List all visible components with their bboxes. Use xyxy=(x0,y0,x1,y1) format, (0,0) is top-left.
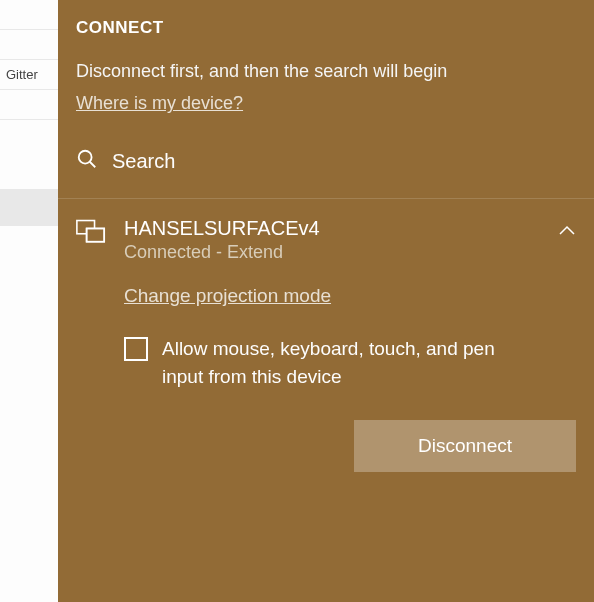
search-icon xyxy=(76,148,98,174)
svg-rect-3 xyxy=(87,229,105,242)
allow-input-checkbox[interactable] xyxy=(124,337,148,361)
panel-title: CONNECT xyxy=(58,0,594,46)
device-name: HANSELSURFACEv4 xyxy=(124,217,576,240)
chevron-up-icon[interactable] xyxy=(558,223,576,241)
bg-row xyxy=(0,120,60,190)
svg-point-0 xyxy=(79,151,92,164)
search-label: Search xyxy=(112,150,175,173)
device-options: Change projection mode Allow mouse, keyb… xyxy=(124,285,576,390)
bg-row xyxy=(0,226,60,376)
connect-panel: CONNECT Disconnect first, and then the s… xyxy=(58,0,594,602)
background-window: Gitter xyxy=(0,0,60,602)
search-row[interactable]: Search xyxy=(58,114,594,192)
device-header[interactable]: HANSELSURFACEv4 Connected - Extend xyxy=(76,217,576,263)
svg-line-1 xyxy=(90,162,96,168)
disconnect-button[interactable]: Disconnect xyxy=(354,420,576,472)
bg-side-label: Gitter xyxy=(6,67,38,82)
bg-row-gitter: Gitter xyxy=(0,60,60,90)
device-status: Connected - Extend xyxy=(124,242,576,263)
device-block: HANSELSURFACEv4 Connected - Extend Chang… xyxy=(58,199,594,390)
display-device-icon xyxy=(76,219,106,249)
allow-input-row: Allow mouse, keyboard, touch, and pen in… xyxy=(124,335,576,390)
change-projection-link[interactable]: Change projection mode xyxy=(124,285,331,307)
bg-row xyxy=(0,190,60,226)
bg-row xyxy=(0,90,60,120)
where-is-device-link[interactable]: Where is my device? xyxy=(58,89,261,114)
allow-input-label: Allow mouse, keyboard, touch, and pen in… xyxy=(162,335,522,390)
bg-row xyxy=(0,30,60,60)
panel-subtitle: Disconnect first, and then the search wi… xyxy=(58,46,594,89)
bg-row xyxy=(0,0,60,30)
device-info: HANSELSURFACEv4 Connected - Extend xyxy=(124,217,576,263)
